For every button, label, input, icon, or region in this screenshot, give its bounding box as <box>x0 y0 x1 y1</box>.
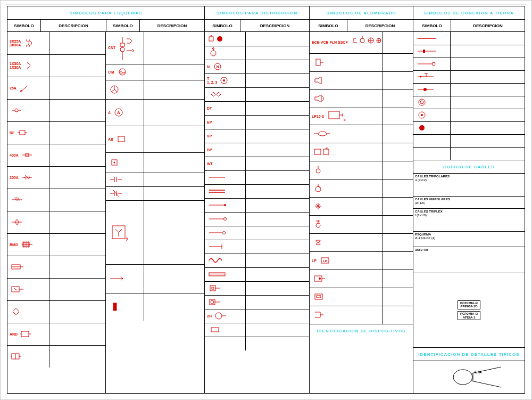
svg-point-43 <box>360 38 364 43</box>
symbol-label: T 1, 2, 3 <box>207 77 217 84</box>
wave-icon <box>207 255 234 266</box>
symbol-label: 3X25A 3X30A <box>10 39 21 47</box>
svg-point-53 <box>315 186 321 192</box>
description-cell <box>383 215 413 233</box>
rect-o-icon <box>312 291 338 302</box>
symbol-cell <box>205 213 245 226</box>
description-cell <box>246 281 309 295</box>
description-cell <box>383 89 413 108</box>
description-cell <box>144 64 204 80</box>
cam-box-icon <box>312 273 338 284</box>
symbol-label: DT <box>207 107 212 110</box>
relay-icon <box>16 127 43 138</box>
half-rect-icon <box>312 309 338 320</box>
description-cell <box>246 143 309 157</box>
circle-a-icon: A <box>112 107 139 118</box>
svg-rect-51 <box>323 149 329 154</box>
symbol-cell: AND <box>7 323 49 345</box>
symbol-label: ECB VCB FLN SSCF <box>312 40 348 44</box>
description-cell <box>383 288 413 306</box>
description-cell <box>450 96 525 109</box>
symbol-label: AB <box>108 137 113 141</box>
description-cell <box>450 134 525 147</box>
symbol-cell: NN <box>205 60 245 74</box>
description-cell <box>49 233 105 256</box>
gnd-dot-icon <box>415 84 442 95</box>
description-cell <box>246 198 309 212</box>
description-cell <box>144 152 204 173</box>
symbol-label: EP <box>207 120 212 124</box>
symbol-label: Cnt <box>108 70 114 74</box>
description-cell <box>246 74 309 87</box>
gnd-tap-icon <box>415 46 442 56</box>
description-cell <box>49 166 105 189</box>
codigo-cables-body: CABLES TRIPOLARES4 (3x12) CABLES UNIPOLA… <box>413 174 525 347</box>
symbol-cell <box>7 100 49 121</box>
svg-point-26 <box>217 36 222 42</box>
outlet2-icon <box>213 311 240 321</box>
fuse-line-icon <box>20 150 47 160</box>
symbol-cell <box>205 185 245 198</box>
description-cell <box>49 54 105 77</box>
alumbrado-table: ECB VCB FLN SSCFLP16-3bLPLP <box>310 32 413 324</box>
description-cell <box>246 226 309 240</box>
svg-rect-60 <box>317 296 321 298</box>
description-cell <box>246 309 309 323</box>
drawing-sheet: SIMBOLOS PARA ESQUEMAS SIMBOLO DESCRIPCI… <box>0 0 532 400</box>
tierra-table <box>413 32 525 160</box>
description-cell <box>246 129 309 143</box>
circle-n-icon: N <box>211 61 238 72</box>
pendant-l-icon <box>312 183 338 193</box>
symbol-cell <box>205 296 245 309</box>
svg-rect-38 <box>212 287 214 289</box>
svg-text:Cnt: Cnt <box>120 71 125 74</box>
and-box-icon <box>19 329 46 339</box>
oval-line-icon <box>312 128 338 139</box>
symbol-label: LP16-3 <box>312 115 324 118</box>
description-cell <box>144 32 204 64</box>
symbol-cell <box>413 122 450 134</box>
symbol-cell: AA <box>106 100 144 126</box>
symbol-cell <box>106 187 144 200</box>
cable-code-box-1: PCPJMIA-B AFDIA-1 <box>458 311 480 320</box>
svg-rect-50 <box>314 149 321 154</box>
description-cell <box>246 254 309 267</box>
description-cell <box>49 345 105 368</box>
crossed-icon <box>10 194 36 205</box>
header-row: SIMBOLO DESCRIPCION <box>310 20 413 32</box>
svg-point-25 <box>211 35 212 36</box>
svg-text:A: A <box>117 110 120 115</box>
description-cell <box>49 189 105 211</box>
columns-container: SIMBOLOS PARA ESQUEMAS SIMBOLO DESCRIPCI… <box>7 6 525 394</box>
symbol-cell: 2H <box>205 309 245 323</box>
description-cell <box>383 161 413 179</box>
symbol-cell <box>106 265 144 293</box>
description-cell <box>246 323 309 337</box>
description-cell <box>246 157 309 170</box>
description-cell <box>450 70 525 83</box>
svg-point-33 <box>224 204 226 206</box>
symbol-cell: AB <box>106 126 144 152</box>
symbol-cell <box>106 293 144 321</box>
asterisk-icon <box>312 201 338 211</box>
symbol-cell: EP <box>205 116 245 129</box>
section-tierra: SIMBOLOS DE CONEXION A TIERRA SIMBOLO DE… <box>413 6 525 393</box>
svg-rect-36 <box>209 273 225 276</box>
symbol-cell <box>205 240 245 254</box>
symbol-cell: CNT <box>106 32 144 64</box>
description-cell <box>383 71 413 89</box>
sq-dot-icon <box>108 157 135 168</box>
description-cell <box>383 197 413 215</box>
switchbox-icon <box>10 284 36 295</box>
symbol-cell <box>413 96 450 109</box>
damper-icon <box>10 262 36 272</box>
description-cell <box>144 264 204 293</box>
rect-band-icon <box>207 269 234 280</box>
symbol-cell <box>310 72 383 89</box>
symbol-cell <box>310 179 383 197</box>
block-icon <box>108 301 135 312</box>
split-box-icon <box>10 351 36 362</box>
symbol-cell <box>413 71 450 83</box>
description-cell <box>450 121 525 134</box>
header-row: SIMBOLO DESCRIPCION SIMBOLO DESCRIPCION <box>7 20 204 32</box>
